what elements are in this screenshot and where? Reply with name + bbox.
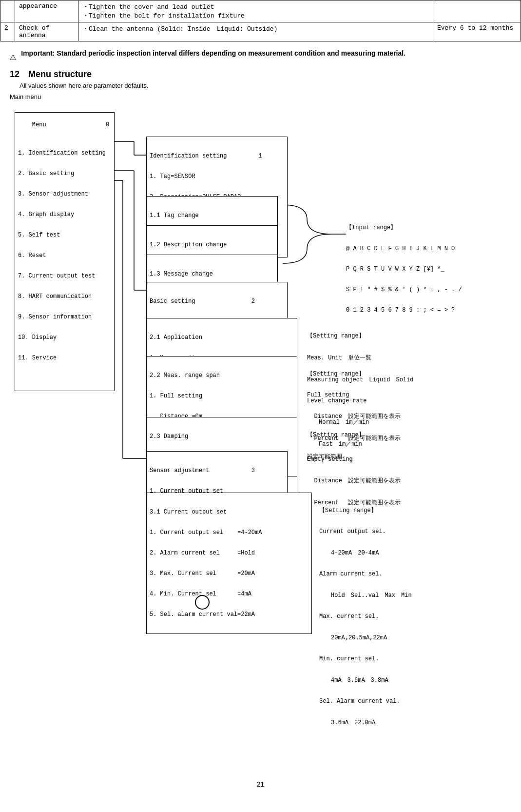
main-menu-title: Menu 0 [32,121,109,128]
main-menu-label: Main menu [10,93,511,100]
item-cell: appearance [15,0,78,22]
current-output-set-box: 3.1 Current output set 1. Current output… [146,493,312,634]
table-row: 2 Check of antenna ・Clean the antenna (S… [0,22,521,41]
desc-cell: ・Tighten the cover and lead outlet ・Tigh… [78,0,433,22]
interval-cell: Every 6 to 12 months [433,22,521,41]
inspection-table: appearance ・Tighten the cover and lead o… [0,0,521,41]
warning-text: Important: Standard periodic inspection … [21,49,405,57]
diagram-area: Menu 0 1. Identification setting 2. Basi… [5,102,516,775]
circle-connector [195,595,210,610]
section-heading: 12 Menu structure [10,68,511,80]
warning-box: ⚠ Important: Standard periodic inspectio… [10,49,511,63]
id-setting-title: Identification setting 1 [150,153,284,159]
interval-cell [433,0,521,22]
item-cell: Check of antenna [15,22,78,41]
current-setting-range: 【Setting range】 Current output sel. 4-20… [319,493,504,740]
damping-setting-range: 【Setting range】 設定可能範囲 [307,417,405,475]
table-row: appearance ・Tighten the cover and lead o… [0,0,521,22]
sensor-adj-title: Sensor adjustment 3 [150,467,284,474]
input-range-box: 【Input range】 @ A B C D E F G H I J K L … [346,210,512,327]
warning-icon: ⚠ [10,50,16,63]
desc-cell: ・Clean the antenna (Solid: Inside Liquid… [78,22,433,41]
main-menu-box: Menu 0 1. Identification setting 2. Basi… [15,112,115,391]
main-menu-items: 1. Identification setting 2. Basic setti… [18,136,111,375]
page-number: 21 [0,780,521,793]
basic-setting-title: Basic setting 2 [150,298,284,305]
section-subtext: All values shown here are parameter defa… [19,82,511,89]
row-num: 2 [0,22,15,41]
